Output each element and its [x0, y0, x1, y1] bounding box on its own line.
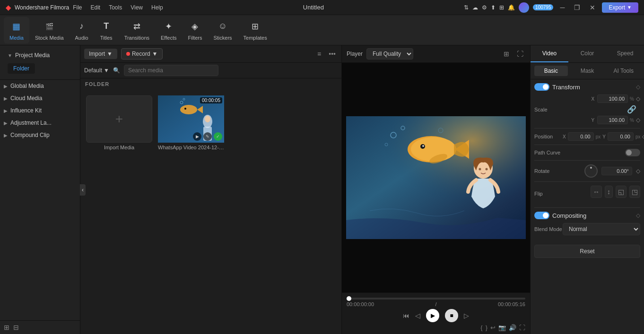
- flip-option4-button[interactable]: ◳: [629, 186, 640, 198]
- filter-icon[interactable]: ≡: [315, 49, 323, 59]
- menu-tools[interactable]: Tools: [109, 4, 122, 11]
- titlebar-left: ◆ Wondershare Filmora File Edit Tools Vi…: [6, 4, 163, 11]
- folder-button[interactable]: Folder: [8, 63, 35, 74]
- user-badge: 100795: [533, 4, 553, 10]
- close-button[interactable]: ✕: [587, 3, 598, 12]
- reset-button[interactable]: Reset: [534, 245, 640, 258]
- add-folder-button[interactable]: ⊞: [4, 324, 9, 331]
- toolbar-item-media[interactable]: ▦ Media: [4, 17, 29, 43]
- influence-kit-label: Influence Kit: [10, 107, 42, 114]
- search-input[interactable]: [124, 65, 218, 76]
- cloud-media-section[interactable]: ▶ Cloud Media: [0, 92, 80, 104]
- player-mark-in-button[interactable]: {: [480, 324, 482, 331]
- player-buttons: ⏮ ◁ ▶ ■ ▷: [347, 309, 525, 322]
- app-name: Wondershare Filmora: [15, 4, 69, 11]
- flip-option3-button[interactable]: ◱: [616, 186, 627, 198]
- rotate-input[interactable]: 0.00°: [601, 167, 632, 175]
- player-fullscreen-btn[interactable]: ⛶: [519, 324, 525, 331]
- minimize-button[interactable]: ─: [557, 3, 567, 12]
- scale-x-keyframe[interactable]: ◇: [636, 95, 640, 102]
- position-keyframe[interactable]: ◇: [642, 133, 644, 140]
- adjustment-section[interactable]: ▶ Adjustment La...: [0, 117, 80, 129]
- flip-vertical-button[interactable]: ↕: [605, 186, 613, 198]
- tab-color[interactable]: Color: [568, 45, 606, 62]
- media-edit-icon[interactable]: ✎: [203, 132, 212, 141]
- grid-view-icon[interactable]: ⊞: [502, 49, 511, 59]
- toolbar-item-transitions[interactable]: ⇄ Transitions: [119, 17, 155, 43]
- divider-3: [534, 160, 640, 161]
- menu-view[interactable]: View: [131, 4, 143, 11]
- subtab-mask[interactable]: Mask: [571, 66, 604, 76]
- compound-clip-section[interactable]: ▶ Compound Clip: [0, 129, 80, 141]
- menu-help[interactable]: Help: [151, 4, 163, 11]
- player-play-button[interactable]: ▶: [426, 309, 439, 322]
- toolbar-item-audio[interactable]: ♪ Audio: [70, 17, 94, 43]
- video-media-item[interactable]: 00:00:05 ▶ ✎ ✓ WhatsApp Video 2024-12-08…: [158, 95, 224, 150]
- rotate-knob[interactable]: [584, 164, 598, 178]
- player-stop-button[interactable]: ■: [445, 309, 458, 322]
- toolbar-item-filters[interactable]: ◈ Filters: [182, 17, 208, 43]
- blend-mode-select[interactable]: Normal Multiply Screen Overlay: [563, 223, 640, 235]
- scale-y-input[interactable]: 100.00: [597, 116, 628, 124]
- fullscreen-icon[interactable]: ⛶: [515, 49, 525, 59]
- rotate-keyframe[interactable]: ◇: [636, 168, 640, 174]
- position-x-input[interactable]: [568, 132, 594, 141]
- player-thumb[interactable]: [347, 296, 351, 301]
- more-options-icon[interactable]: •••: [327, 49, 338, 59]
- toolbar-item-effects[interactable]: ✦ Effects: [155, 17, 182, 43]
- divider-2: [534, 145, 640, 145]
- player-separator: /: [435, 301, 436, 307]
- subtab-basic[interactable]: Basic: [534, 66, 568, 76]
- project-media-section[interactable]: ▼ Project Media: [4, 49, 76, 61]
- influence-kit-section[interactable]: ▶ Influence Kit: [0, 104, 80, 117]
- tab-video[interactable]: Video: [531, 45, 568, 62]
- import-button[interactable]: Import ▼: [84, 49, 117, 59]
- transform-toggle[interactable]: [534, 83, 549, 91]
- scale-x-input[interactable]: 100.00: [597, 94, 628, 103]
- export-arrow-icon: ▼: [627, 5, 632, 10]
- export-button[interactable]: Export ▼: [602, 2, 638, 13]
- compositing-reset-button[interactable]: ◇: [636, 212, 640, 219]
- toolbar-item-stock[interactable]: 🎬 Stock Media: [29, 17, 70, 43]
- default-dropdown-button[interactable]: Default ▼: [84, 67, 109, 74]
- player-audio-button[interactable]: 🔊: [509, 324, 516, 331]
- flip-horizontal-button[interactable]: ↔: [591, 186, 602, 198]
- scale-lock-icon[interactable]: 🔗: [627, 105, 636, 114]
- transform-reset-button[interactable]: ◇: [636, 84, 640, 90]
- path-curve-toggle[interactable]: [625, 149, 640, 156]
- player-step-back-button[interactable]: ◁: [415, 312, 420, 319]
- player-step-fwd-button[interactable]: ▷: [464, 312, 469, 319]
- remove-folder-button[interactable]: ⊟: [13, 324, 19, 331]
- menu-edit[interactable]: Edit: [91, 4, 101, 11]
- toolbar-item-stickers[interactable]: ☺ Stickers: [208, 17, 237, 43]
- import-card-area[interactable]: +: [86, 95, 152, 143]
- media-preview-icon[interactable]: ▶: [193, 132, 201, 141]
- global-media-section[interactable]: ▶ Global Media: [0, 80, 80, 92]
- left-panel-collapse[interactable]: ‹: [80, 184, 86, 196]
- player-label: Player: [347, 51, 363, 57]
- svg-point-8: [205, 116, 210, 122]
- record-button[interactable]: Record ▼: [121, 48, 163, 60]
- player-insert-button[interactable]: ↩: [490, 324, 496, 331]
- position-row: Position X px Y px ◇: [534, 132, 640, 141]
- import-media-card[interactable]: + Import Media: [86, 95, 152, 150]
- video-thumbnail[interactable]: 00:00:05 ▶ ✎ ✓: [158, 95, 224, 143]
- player-rewind-button[interactable]: ⏮: [403, 312, 409, 319]
- maximize-button[interactable]: ❐: [571, 3, 583, 12]
- player-timeline-bar[interactable]: [347, 298, 525, 300]
- player-mark-out-button[interactable]: }: [486, 324, 487, 331]
- toolbar-item-titles[interactable]: T Titles: [94, 17, 119, 43]
- scale-y-keyframe[interactable]: ◇: [636, 117, 640, 123]
- menu-file[interactable]: File: [73, 4, 82, 11]
- position-y-input[interactable]: [608, 132, 634, 141]
- right-tabs: Video Color Speed: [531, 45, 644, 63]
- scale-y-unit: %: [630, 118, 634, 123]
- player-snapshot-button[interactable]: 📷: [498, 324, 506, 331]
- toolbar-item-templates[interactable]: ⊞ Templates: [238, 17, 273, 43]
- subtab-ai-tools[interactable]: AI Tools: [607, 66, 640, 76]
- path-curve-row: Path Curve: [534, 149, 640, 156]
- compositing-toggle[interactable]: [534, 212, 549, 219]
- quality-select[interactable]: Full Quality 1/2 Quality 1/4 Quality: [366, 48, 413, 60]
- tab-speed[interactable]: Speed: [606, 45, 644, 62]
- media-check-icon[interactable]: ✓: [214, 132, 222, 141]
